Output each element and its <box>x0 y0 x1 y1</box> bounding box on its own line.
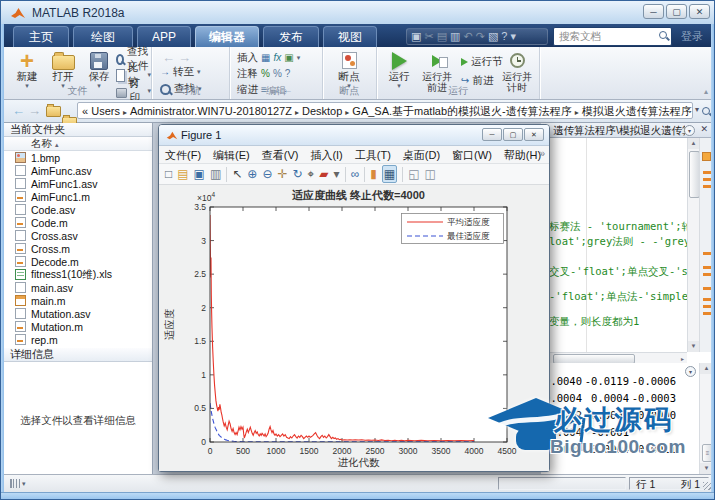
file-row[interactable]: rep.m <box>4 333 152 346</box>
tab-home[interactable]: 主页 <box>13 26 69 47</box>
figure-menu-5[interactable]: 桌面(D) <box>397 146 446 165</box>
print-figure-icon[interactable]: ▥ <box>210 166 221 182</box>
file-row[interactable]: 1.bmp <box>4 151 152 164</box>
analyzer-mark[interactable] <box>703 178 711 181</box>
tab-plots[interactable]: 绘图 <box>73 26 133 47</box>
analyzer-mark[interactable] <box>703 312 711 315</box>
editor-menu-icon[interactable]: ▾ <box>684 125 695 136</box>
save-icon[interactable]: ▣ <box>411 29 421 44</box>
address-search-icon[interactable] <box>702 107 710 115</box>
scroll-up-icon[interactable]: ▲ <box>688 138 699 149</box>
scroll-right-icon[interactable]: ▸ <box>681 355 684 362</box>
file-row[interactable]: main.asv <box>4 281 152 294</box>
file-row[interactable]: AimFunc1.asv <box>4 177 152 190</box>
tab-apps[interactable]: APP <box>137 26 191 47</box>
colorbar-icon[interactable]: ▮ <box>370 166 377 182</box>
fitness-chart[interactable]: 05001000150020002500300035004000450000.5… <box>159 185 549 471</box>
editor-vertical-scrollbar[interactable]: ▲ ▼ <box>687 138 699 352</box>
analyzer-mark[interactable] <box>703 305 711 308</box>
current-folder-header[interactable]: 当前文件夹 <box>4 123 152 137</box>
editor-body[interactable]: 标赛法 - 'tournament';轮盘赌法loat';grey法则 - -'… <box>541 138 687 352</box>
file-row[interactable]: Mutation.asv <box>4 307 152 320</box>
pan-icon[interactable]: ✛ <box>277 166 287 182</box>
file-row[interactable]: AimFunc1.m <box>4 190 152 203</box>
file-row[interactable]: Cross.asv <box>4 229 152 242</box>
brush-icon[interactable]: ▰ <box>319 166 328 182</box>
resize-grip[interactable] <box>703 482 711 490</box>
figure-minimize-button[interactable]: ─ <box>482 128 502 141</box>
editor-tab-title[interactable]: 遗传算法程序\模拟退火遗传算法... <box>553 124 685 138</box>
figure-close-button[interactable]: ✕ <box>524 128 544 141</box>
minimize-button[interactable]: ─ <box>643 4 664 19</box>
undock-figure-icon[interactable]: ◫ <box>424 166 435 182</box>
search-icon[interactable] <box>659 31 667 39</box>
figure-menu-0[interactable]: 文件(F) <box>159 146 207 165</box>
link-plot-icon[interactable]: ∞ <box>351 166 360 182</box>
window-titlebar[interactable]: MATLAB R2018a ─ ▢ ✕ <box>1 1 715 25</box>
doc-search-box[interactable]: 搜索文档 <box>553 27 672 46</box>
collapse-ribbon-icon[interactable]: ▴ <box>704 87 708 96</box>
analyzer-mark[interactable] <box>703 171 711 174</box>
rotate-3d-icon[interactable]: ↻ <box>293 166 303 182</box>
goto-button[interactable]: → 转至 ▾ <box>160 65 201 79</box>
paste-icon[interactable]: ▥ <box>450 29 460 44</box>
breadcrumb-segment[interactable]: Administrator.WIN7U-20180127Z <box>130 105 292 117</box>
file-row[interactable]: fitness1(10维).xls <box>4 268 152 281</box>
address-dropdown-icon[interactable]: ▾ <box>695 105 699 114</box>
analyzer-mark[interactable] <box>703 273 711 276</box>
breadcrumb-segment[interactable]: Users <box>91 105 120 117</box>
pointer-icon[interactable]: ↖ <box>232 166 242 182</box>
undo-icon[interactable]: ↶ <box>463 29 472 44</box>
tab-editor[interactable]: 编辑器 <box>195 26 259 47</box>
figure-menu-4[interactable]: 工具(T) <box>349 146 397 165</box>
figure-menu-3[interactable]: 插入(I) <box>304 146 348 165</box>
analyzer-mark[interactable] <box>703 266 711 269</box>
breadcrumb-segment[interactable]: GA_SA.基于matlab的模拟退火-遗传算法程序 <box>352 105 571 117</box>
login-link[interactable]: 登录 <box>681 29 703 44</box>
maximize-button[interactable]: ▢ <box>666 4 687 19</box>
figure-maximize-button[interactable]: ▢ <box>503 128 523 141</box>
zoom-in-icon[interactable]: ⊕ <box>247 166 257 182</box>
editor-close-icon[interactable]: ✕ <box>700 124 708 135</box>
desktop-icon[interactable]: ▧ <box>488 29 498 44</box>
help-icon[interactable]: ? <box>501 29 507 44</box>
tab-view[interactable]: 视图 <box>323 26 377 47</box>
up-folder-button[interactable] <box>46 106 61 117</box>
open-file-icon[interactable]: ▤ <box>177 166 188 182</box>
analyzer-mark[interactable] <box>703 252 711 255</box>
analyzer-mark[interactable] <box>703 185 711 188</box>
file-row[interactable]: Decode.m <box>4 255 152 268</box>
file-row[interactable]: AimFunc.asv <box>4 164 152 177</box>
name-column-header[interactable]: 名称 ▴ <box>4 137 152 151</box>
file-row[interactable]: main.m <box>4 294 152 307</box>
insert-button[interactable]: 插入 ▦ fx ▣ ▾ <box>237 51 300 65</box>
figure-menu-1[interactable]: 编辑(E) <box>207 146 256 165</box>
file-row[interactable]: Cross.m <box>4 242 152 255</box>
forward-button[interactable]: → <box>28 101 41 121</box>
analyzer-mark[interactable] <box>703 298 711 301</box>
menu-overflow-icon[interactable]: » <box>539 148 545 159</box>
file-row[interactable]: Code.m <box>4 216 152 229</box>
figure-titlebar[interactable]: Figure 1 ─ ▢ ✕ <box>159 125 549 146</box>
breadcrumb[interactable]: « Users▸Administrator.WIN7U-20180127Z▸De… <box>77 102 693 119</box>
cut-icon[interactable]: ✂ <box>424 29 433 44</box>
start-button[interactable]: ▾ <box>10 479 26 488</box>
dock-figure-icon[interactable]: ◱ <box>408 166 419 182</box>
scroll-down-icon[interactable]: ▼ <box>688 341 699 352</box>
breadcrumb-segment[interactable]: 模拟退火遗传算法程序 <box>582 105 692 117</box>
editor-horizontal-scrollbar[interactable]: ◂ ▸ <box>541 352 687 363</box>
qa-dropdown-icon[interactable]: ▾ <box>510 29 516 44</box>
figure-window[interactable]: Figure 1 ─ ▢ ✕ 文件(F)编辑(E)查看(V)插入(I)工具(T)… <box>158 124 550 472</box>
figure-canvas[interactable]: 05001000150020002500300035004000450000.5… <box>159 185 549 471</box>
details-header[interactable]: 详细信息 <box>4 348 152 362</box>
file-row[interactable]: Code.asv <box>4 203 152 216</box>
analyzer-warning-icon[interactable] <box>702 152 711 161</box>
command-window-menu-icon[interactable]: ▾ <box>685 366 696 377</box>
run-section-button[interactable]: 运行节 <box>461 55 503 69</box>
copy-icon[interactable]: ▤ <box>437 29 447 44</box>
redo-icon[interactable]: ↷ <box>476 29 485 44</box>
data-cursor-icon[interactable]: ⌖ <box>308 166 315 182</box>
figure-menu-6[interactable]: 窗口(W) <box>446 146 498 165</box>
new-figure-icon[interactable]: □ <box>165 166 172 182</box>
figure-menu-2[interactable]: 查看(V) <box>256 146 305 165</box>
